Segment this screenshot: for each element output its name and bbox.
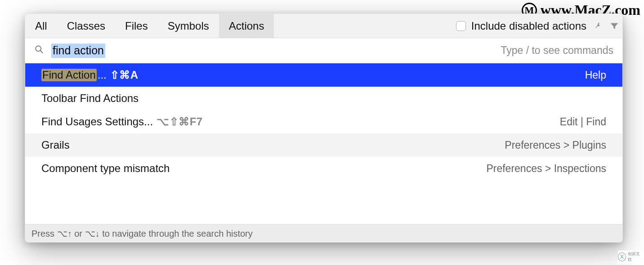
corner-badge-text: 创新互联 — [628, 251, 642, 263]
result-label: Component type mismatch — [41, 162, 170, 175]
result-label: Find Usages Settings... — [41, 115, 153, 128]
include-disabled-toggle[interactable]: Include disabled actions — [456, 14, 590, 38]
result-context: Edit | Find — [560, 116, 606, 128]
corner-badge-icon: X — [618, 252, 626, 261]
result-row-grails[interactable]: Grails Preferences > Plugins — [25, 133, 622, 157]
footer-text: Press ⌥↑ or ⌥↓ to navigate through the s… — [31, 228, 253, 239]
result-suffix: ... — [98, 69, 107, 81]
tab-actions[interactable]: Actions — [219, 14, 274, 38]
filter-icon — [609, 21, 619, 31]
search-hint: Type / to see commands — [501, 44, 613, 57]
checkbox-icon[interactable] — [456, 21, 466, 31]
pin-icon — [593, 21, 603, 31]
search-everywhere-popup: All Classes Files Symbols Actions Includ… — [25, 13, 623, 243]
tab-label: Symbols — [168, 20, 209, 32]
footer-hint: Press ⌥↑ or ⌥↓ to navigate through the s… — [25, 224, 622, 242]
result-shortcut: ⌥⇧⌘F7 — [157, 115, 203, 128]
result-label: Grails — [41, 139, 70, 151]
tab-label: Classes — [67, 20, 105, 32]
pin-button[interactable] — [590, 14, 606, 38]
tab-symbols[interactable]: Symbols — [158, 14, 219, 38]
result-row-component-type-mismatch[interactable]: Component type mismatch Preferences > In… — [25, 157, 622, 180]
search-input[interactable]: find action — [51, 44, 105, 58]
search-icon — [34, 44, 44, 57]
filter-button[interactable] — [606, 14, 622, 38]
tab-label: All — [35, 20, 47, 32]
tab-label: Actions — [229, 20, 264, 32]
corner-badge: X 创新互联 — [618, 251, 642, 263]
svg-line-1 — [40, 51, 43, 53]
include-disabled-label: Include disabled actions — [471, 20, 586, 32]
results-list: Find Action... ⇧⌘A Help Toolbar Find Act… — [25, 63, 622, 224]
result-shortcut: ⇧⌘A — [110, 69, 139, 81]
result-highlight: Find Action — [41, 69, 97, 81]
result-context: Preferences > Inspections — [486, 163, 606, 175]
result-row-toolbar-find-actions[interactable]: Toolbar Find Actions — [25, 87, 622, 110]
svg-point-0 — [36, 46, 41, 51]
search-row: find action Type / to see commands — [25, 38, 622, 63]
result-row-find-usages-settings[interactable]: Find Usages Settings... ⌥⇧⌘F7 Edit | Fin… — [25, 110, 622, 133]
result-label: Toolbar Find Actions — [41, 92, 139, 105]
result-context: Help — [585, 69, 606, 81]
result-context: Preferences > Plugins — [505, 139, 606, 151]
tab-bar: All Classes Files Symbols Actions Includ… — [25, 14, 622, 38]
tab-files[interactable]: Files — [115, 14, 158, 38]
tab-label: Files — [125, 20, 148, 32]
tab-classes[interactable]: Classes — [57, 14, 115, 38]
tab-all[interactable]: All — [25, 14, 57, 38]
result-row-find-action[interactable]: Find Action... ⇧⌘A Help — [25, 63, 622, 87]
